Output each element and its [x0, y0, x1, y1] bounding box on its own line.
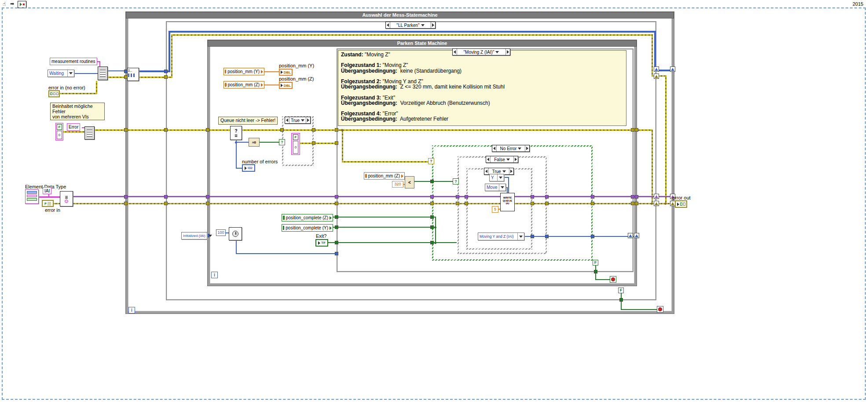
case-selector-state[interactable]: "Moving Z (IAI)"	[452, 48, 510, 55]
case-next-arrow[interactable]	[509, 170, 513, 173]
chevron-down-icon[interactable]	[502, 170, 506, 173]
tunnel	[206, 128, 209, 132]
case-selector-queue-check[interactable]: True	[285, 117, 311, 124]
merge-errors-node[interactable]	[84, 126, 95, 140]
chevron-down-icon[interactable]	[518, 148, 521, 150]
queue-rows-icon: ≣	[65, 195, 68, 199]
wire	[524, 236, 637, 237]
wire-junction	[434, 242, 436, 244]
write-queue-subvi[interactable]: WRITE QUEUE IAI	[500, 193, 515, 211]
queue-name-constant-iai[interactable]: IAI	[43, 187, 51, 194]
wire	[264, 71, 279, 72]
iteration-terminal-inner[interactable]: i	[211, 272, 218, 278]
local-var-label: position_mm (Z)	[228, 82, 260, 87]
nav-arrow-icon[interactable]: ➡	[10, 1, 14, 7]
tunnel	[456, 202, 459, 205]
chevron-down-icon[interactable]	[301, 119, 304, 122]
queue-element-type-constant[interactable]	[25, 189, 39, 204]
obtain-queue-node[interactable]: ≣	[60, 191, 73, 207]
wait-ms-multiple-node[interactable]	[229, 227, 242, 240]
case-next-arrow[interactable]	[306, 118, 310, 122]
loop-condition-terminal-inner[interactable]	[610, 276, 616, 283]
enum-initialized-iai[interactable]: Initialized (IAI)	[181, 232, 207, 240]
string-constant-error[interactable]: Error	[67, 123, 80, 131]
chevron-down-icon[interactable]	[497, 174, 502, 181]
enum-waiting[interactable]: Waiting	[48, 70, 74, 77]
iteration-terminal-outer[interactable]: i	[128, 307, 135, 313]
case-prev-arrow[interactable]	[492, 147, 496, 150]
chevron-down-icon[interactable]	[495, 51, 499, 53]
enum-moving-y-and-z[interactable]: Moving Y and Z (IAI)	[478, 232, 524, 240]
tunnel	[280, 128, 284, 132]
error-cluster-constant-replace[interactable]: F0	[291, 133, 300, 155]
question-icon: ?	[234, 129, 237, 133]
dbl-indicator-position-mm-z[interactable]: DBL	[279, 82, 293, 89]
bundle-node[interactable]	[98, 66, 108, 80]
error-wire	[63, 131, 84, 133]
local-var-position-mm-z-2[interactable]: position_mm (Z)	[364, 172, 405, 180]
dbl-indicator-position-mm-y[interactable]: DBL	[279, 69, 293, 76]
enum-y[interactable]: Y	[489, 174, 504, 181]
enum-move[interactable]: Move	[485, 184, 506, 191]
wire-junction	[235, 141, 237, 144]
less-than-node[interactable]: <	[405, 176, 414, 188]
case-next-arrow[interactable]	[506, 50, 510, 54]
indicator-arrow-icon	[281, 70, 283, 74]
error-wire	[665, 75, 667, 204]
chevron-down-icon[interactable]	[506, 159, 510, 161]
queue-status-node[interactable]: ?≣	[230, 126, 242, 140]
status-box-icon	[50, 92, 52, 95]
error-out-indicator[interactable]	[675, 200, 687, 208]
wire	[338, 217, 430, 218]
local-var-position-complete-z[interactable]: position_complete (Z)	[282, 214, 333, 221]
case-selector-no-error[interactable]: No Error	[492, 145, 530, 152]
wire	[338, 242, 430, 243]
error-cluster-constant[interactable]: F0	[55, 123, 63, 140]
chevron-down-icon[interactable]	[207, 232, 212, 239]
case-selector-main[interactable]: "LL Parken"	[385, 22, 436, 29]
error-in-constant[interactable]: F	[42, 200, 54, 207]
chevron-down-icon[interactable]	[499, 184, 504, 191]
tunnel	[591, 235, 594, 238]
error-in-cluster-terminal[interactable]	[48, 90, 60, 97]
numeric-constant-100[interactable]: 100	[216, 229, 226, 236]
tunnel	[430, 241, 434, 244]
equal-to-zero-node[interactable]: =0	[249, 138, 260, 147]
case-prev-arrow[interactable]	[484, 170, 488, 173]
variable-icon	[283, 216, 285, 220]
case-next-arrow[interactable]	[525, 147, 529, 150]
number-of-errors-label: number of errors	[242, 159, 278, 164]
case-selector-terminal-error: ?	[428, 158, 434, 164]
wire	[260, 142, 279, 143]
chevron-down-icon[interactable]	[67, 70, 73, 77]
case-selector-terminal-bool: ?	[453, 178, 459, 184]
case-prev-arrow[interactable]	[486, 158, 490, 161]
hand-tool-icon[interactable]: ☝	[3, 1, 6, 7]
comment-line: Übergangsbedingung: Vorzeitiger Abbruch …	[341, 100, 623, 106]
loop-condition-terminal-outer[interactable]	[657, 306, 663, 313]
case-prev-arrow[interactable]	[453, 50, 457, 54]
numeric-constant-320[interactable]: 320	[392, 181, 403, 188]
false-constant-outer[interactable]: F	[618, 288, 624, 293]
string-constant-measurement-routines[interactable]: measurement routines	[50, 58, 97, 65]
wire	[621, 309, 659, 310]
run-vi-icon[interactable]	[18, 1, 26, 8]
local-var-position-complete-y[interactable]: position_complete (Y)	[282, 224, 333, 232]
false-constant: F	[57, 124, 62, 130]
case-prev-arrow[interactable]	[386, 23, 390, 27]
case-next-arrow[interactable]	[431, 23, 435, 27]
case-prev-arrow[interactable]	[285, 118, 289, 122]
local-var-position-mm-y[interactable]: position_mm (Y)	[223, 68, 264, 75]
case-selector-false[interactable]: False	[486, 156, 518, 163]
numeric-constant-5[interactable]: 5	[492, 206, 498, 213]
i32-indicator-number-of-errors[interactable]: I32	[242, 164, 255, 172]
case-next-arrow[interactable]	[514, 158, 518, 161]
error-wire	[652, 129, 653, 204]
false-constant-inner[interactable]: F	[593, 260, 598, 266]
subvi-enqueue-node[interactable]: Σ..	[127, 68, 139, 81]
chevron-down-icon[interactable]	[421, 24, 425, 26]
tf-terminal-exit[interactable]: TF	[315, 239, 328, 247]
tunnel	[335, 252, 338, 255]
local-var-position-mm-z[interactable]: position_mm (Z)	[223, 81, 264, 89]
chevron-down-icon[interactable]	[517, 233, 523, 240]
